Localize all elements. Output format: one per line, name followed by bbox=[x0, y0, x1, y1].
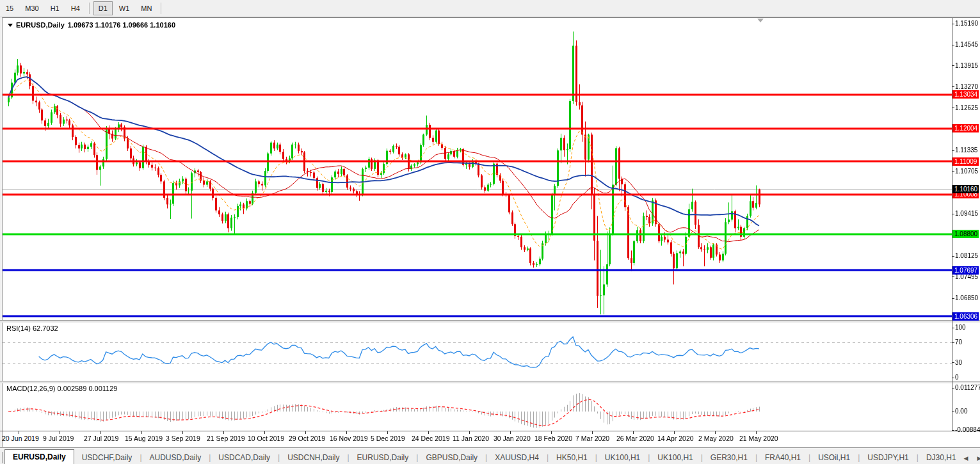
level-price-badge: 1.08800 bbox=[952, 230, 979, 238]
chart-tab-bar: EURUSD,DailyUSDCHF,Daily|AUDUSD,Daily|US… bbox=[0, 447, 980, 464]
chart-tab-usdcad-daily[interactable]: USDCAD,Daily bbox=[211, 451, 278, 464]
price-axis-label: 1.12625 bbox=[955, 104, 979, 112]
time-axis-label: 27 Jul 2019 bbox=[84, 435, 118, 442]
macd-axis-tick bbox=[952, 430, 954, 431]
chart-tab-uk100-h1[interactable]: UK100,H1 bbox=[650, 451, 700, 464]
timeframe-button-mn[interactable]: MN bbox=[136, 1, 157, 15]
time-axis-tick bbox=[100, 431, 101, 434]
rsi-indicator-canvas[interactable] bbox=[3, 322, 952, 380]
level-price-badge: 1.12004 bbox=[952, 124, 979, 132]
chart-tab-usdcnh-daily[interactable]: USDCNH,Daily bbox=[280, 451, 347, 464]
time-axis-label: 18 Feb 2020 bbox=[534, 435, 572, 442]
time-axis-tick bbox=[469, 431, 470, 434]
price-axis-tick bbox=[952, 298, 954, 299]
time-axis-tick bbox=[305, 431, 306, 434]
time-axis-tick bbox=[141, 431, 142, 434]
time-axis-label: 30 Jan 2020 bbox=[494, 435, 531, 442]
time-axis-label: 26 Mar 2020 bbox=[616, 435, 654, 442]
time-axis-tick bbox=[428, 431, 429, 434]
price-axis-label: 1.11335 bbox=[955, 147, 979, 154]
time-axis-tick bbox=[510, 431, 511, 434]
timeframe-button-h4[interactable]: H4 bbox=[66, 1, 85, 15]
time-axis-label: 16 Nov 2019 bbox=[330, 435, 368, 442]
price-axis-tick bbox=[952, 150, 954, 151]
toolbar-separator bbox=[89, 3, 90, 14]
chart-tab-ger30-h1[interactable]: GER30,H1 bbox=[703, 451, 755, 464]
time-axis-label: 20 Jun 2019 bbox=[2, 435, 39, 442]
time-axis-label: 7 Mar 2020 bbox=[575, 435, 609, 442]
panel-splitter[interactable] bbox=[0, 320, 980, 323]
time-axis-label: 5 Dec 2019 bbox=[371, 435, 405, 442]
chart-shift-marker-icon[interactable] bbox=[757, 19, 764, 22]
chart-tab-eurusd-daily[interactable]: EURUSD,Daily bbox=[4, 449, 74, 464]
chart-tab-gbpusd-daily[interactable]: GBPUSD,Daily bbox=[418, 451, 485, 464]
rsi-axis-label: 70 bbox=[955, 339, 979, 346]
time-axis-tick bbox=[19, 431, 19, 434]
time-axis-label: 10 Oct 2019 bbox=[248, 435, 284, 442]
time-axis-label: 21 Sep 2019 bbox=[207, 435, 245, 442]
time-axis-tick bbox=[715, 431, 716, 434]
chart-tab-uk100-h1[interactable]: UK100,H1 bbox=[597, 451, 648, 464]
price-axis-label: 1.15190 bbox=[955, 20, 979, 28]
panel-splitter[interactable] bbox=[0, 381, 980, 383]
time-axis-label: 24 Dec 2019 bbox=[412, 435, 450, 442]
price-axis-tick bbox=[952, 45, 954, 45]
symbol-dropdown-icon[interactable] bbox=[8, 24, 13, 27]
chart-tab-usdjpy-h1[interactable]: USDJPY,H1 bbox=[860, 451, 916, 464]
terminal-window: { "toolbar": {"items": [ {"label": "15"}… bbox=[0, 0, 980, 464]
chart-tab-usoil-h1[interactable]: USOil,H1 bbox=[810, 451, 858, 464]
price-axis-label: 1.08125 bbox=[955, 252, 979, 260]
level-price-badge: 1.11009 bbox=[952, 157, 979, 166]
price-axis-label: 1.13915 bbox=[955, 62, 979, 70]
timeframe-button-d1[interactable]: D1 bbox=[93, 1, 113, 15]
time-axis-tick bbox=[633, 431, 634, 434]
chart-tab-usdchf-daily[interactable]: USDCHF,Daily bbox=[74, 451, 140, 464]
time-axis-tick bbox=[223, 431, 224, 434]
time-axis-tick bbox=[756, 431, 757, 434]
chart-tab-fra40-h1[interactable]: FRA40,H1 bbox=[757, 451, 808, 464]
chart-symbol-label: EURUSD,Daily bbox=[16, 21, 65, 29]
tabs-scroll-right-icon[interactable]: ▶ bbox=[977, 455, 980, 461]
price-axis-tick bbox=[952, 108, 954, 108]
timeframe-button-h1[interactable]: H1 bbox=[45, 1, 65, 15]
rsi-axis-tick bbox=[952, 362, 954, 363]
time-axis-tick bbox=[264, 431, 265, 434]
macd-indicator-canvas[interactable] bbox=[3, 383, 952, 431]
chart-tab-dj30-h1[interactable]: DJ30,H1 bbox=[919, 451, 964, 464]
price-axis-tick bbox=[952, 256, 954, 257]
time-axis-tick bbox=[182, 431, 183, 434]
timeframe-button-m30[interactable]: M30 bbox=[20, 1, 44, 15]
time-axis-border bbox=[0, 431, 980, 431]
timeframe-button-w1[interactable]: W1 bbox=[114, 1, 135, 15]
time-axis-tick bbox=[60, 431, 60, 434]
price-axis-label: 1.09415 bbox=[955, 210, 979, 218]
time-axis-label: 15 Aug 2019 bbox=[125, 435, 163, 442]
time-axis-label: 21 May 2020 bbox=[739, 435, 778, 442]
tabs-scroll-left-icon[interactable]: ◀ bbox=[964, 455, 968, 461]
price-axis-tick bbox=[952, 214, 954, 214]
level-price-badge: 1.13034 bbox=[952, 90, 979, 99]
main-chart-canvas[interactable] bbox=[3, 18, 952, 320]
price-axis-label: 1.06850 bbox=[955, 294, 979, 302]
chart-tab-eurusd-daily[interactable]: EURUSD,Daily bbox=[349, 451, 417, 464]
level-price-badge: 1.07697 bbox=[952, 266, 979, 275]
time-axis-label: 14 Apr 2020 bbox=[657, 435, 694, 442]
rsi-axis-label: 100 bbox=[955, 324, 979, 332]
macd-label: MACD(12,26,9) 0.002589 0.001129 bbox=[6, 385, 117, 392]
time-axis-tick bbox=[674, 431, 675, 434]
rsi-axis-label: 0 bbox=[955, 374, 979, 381]
rsi-axis-tick bbox=[952, 328, 954, 328]
price-axis-tick bbox=[952, 171, 954, 172]
tabbar-grip[interactable] bbox=[2, 452, 3, 463]
chart-tab-hk50-h1[interactable]: HK50,H1 bbox=[549, 451, 595, 464]
macd-axis-label: -0.008845 bbox=[955, 426, 979, 434]
chart-tab-audusd-daily[interactable]: AUDUSD,Daily bbox=[142, 451, 209, 464]
rsi-axis-tick bbox=[952, 342, 954, 343]
price-axis-label: 1.13270 bbox=[955, 83, 979, 91]
price-axis-tick bbox=[952, 276, 954, 277]
price-axis-border bbox=[952, 18, 952, 431]
chart-tab-xauusd-h4[interactable]: XAUUSD,H4 bbox=[487, 451, 547, 464]
rsi-label: RSI(14) 62.7032 bbox=[6, 324, 58, 332]
tab-nav: ◀ ▶ bbox=[964, 455, 980, 464]
timeframe-button-15[interactable]: 15 bbox=[1, 1, 19, 15]
